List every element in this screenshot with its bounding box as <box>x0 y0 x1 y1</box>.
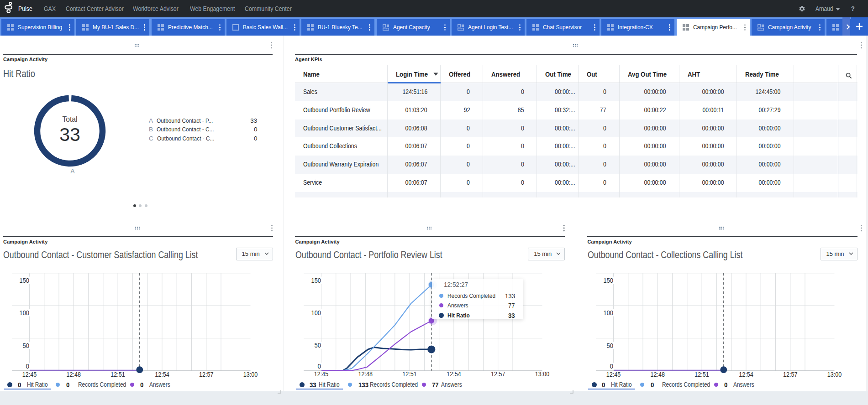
svg-text:100: 100 <box>311 309 321 317</box>
svg-text:13:00: 13:00 <box>243 370 258 378</box>
svg-text:12:57: 12:57 <box>491 370 505 378</box>
svg-text:12:45: 12:45 <box>22 370 37 378</box>
svg-text:12:48: 12:48 <box>66 370 81 378</box>
svg-text:12:51: 12:51 <box>694 370 709 378</box>
svg-text:12:57: 12:57 <box>199 370 214 378</box>
svg-text:12:45: 12:45 <box>606 370 621 378</box>
svg-text:12:57: 12:57 <box>783 370 798 378</box>
svg-text:150: 150 <box>311 276 321 284</box>
svg-text:0: 0 <box>317 362 321 370</box>
svg-text:150: 150 <box>19 276 29 284</box>
svg-text:50: 50 <box>607 342 614 349</box>
svg-text:12:54: 12:54 <box>447 370 461 378</box>
svg-text:33: 33 <box>59 124 80 145</box>
svg-text:50: 50 <box>22 342 29 349</box>
svg-text:12:54: 12:54 <box>739 370 753 378</box>
svg-text:A: A <box>70 167 75 175</box>
svg-text:0: 0 <box>610 362 614 370</box>
svg-text:12:48: 12:48 <box>358 370 373 378</box>
svg-text:50: 50 <box>314 341 321 349</box>
svg-text:12:51: 12:51 <box>110 370 125 378</box>
svg-text:150: 150 <box>604 276 614 284</box>
svg-text:100: 100 <box>604 309 614 317</box>
svg-text:100: 100 <box>19 309 29 317</box>
svg-text:12:51: 12:51 <box>402 370 416 378</box>
svg-text:13:00: 13:00 <box>535 370 549 378</box>
svg-text:0: 0 <box>26 362 29 370</box>
svg-text:12:54: 12:54 <box>155 370 169 378</box>
svg-text:13:00: 13:00 <box>827 370 842 378</box>
svg-text:12:48: 12:48 <box>651 370 665 378</box>
svg-text:Total: Total <box>63 115 78 124</box>
